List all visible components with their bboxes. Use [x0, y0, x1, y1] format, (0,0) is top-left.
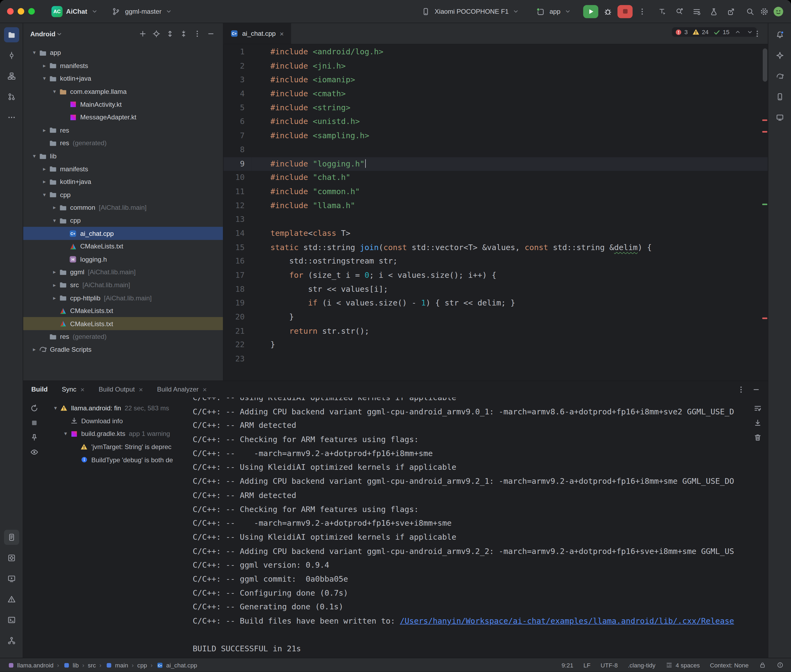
scroll-to-end-icon[interactable] [752, 418, 763, 428]
chevron-down-icon[interactable]: ▾ [62, 431, 70, 437]
stop-build-icon[interactable] [29, 418, 40, 428]
error-stripe-mark[interactable] [762, 131, 767, 133]
search-everywhere-icon[interactable] [745, 6, 756, 17]
code-line[interactable] [252, 352, 768, 366]
tree-item-kotlin-java[interactable]: ▸kotlin+java [23, 175, 223, 188]
tree-item-cpp[interactable]: ▾cpp [23, 188, 223, 201]
version-control-tool-button[interactable] [4, 633, 19, 648]
code-line[interactable]: #include "logging.h" [252, 157, 768, 171]
code-line[interactable]: template<class T> [252, 227, 768, 241]
terminal-tool-button[interactable] [4, 612, 19, 627]
breadcrumb-item-cpp[interactable]: cpp [137, 661, 147, 669]
code-line[interactable]: static std::string join(const std::vecto… [252, 241, 768, 254]
error-stripe-mark[interactable] [762, 119, 767, 121]
collapse-all-icon[interactable] [178, 28, 190, 40]
change-stripe-mark[interactable] [762, 203, 767, 205]
previous-problem-icon[interactable] [734, 28, 741, 36]
chevron-right-icon[interactable]: ▸ [50, 269, 58, 275]
build-tool-window-title[interactable]: Build [31, 386, 48, 393]
code-line[interactable]: if (i < values.size() - 1) { str << deli… [252, 297, 768, 310]
expand-all-icon[interactable] [164, 28, 176, 40]
notifications-tool-button[interactable] [772, 27, 787, 42]
close-icon[interactable]: × [280, 30, 284, 38]
add-icon[interactable] [137, 28, 149, 40]
code-line[interactable]: str << values[i]; [252, 283, 768, 297]
tab-build-output[interactable]: Build Output × [99, 386, 143, 394]
tree-item-messageadapter-kt[interactable]: MessageAdapter.kt [23, 111, 223, 124]
tree-item-cpp[interactable]: ▾cpp [23, 214, 223, 227]
pull-requests-tool-button[interactable] [4, 89, 19, 104]
tree-item-res[interactable]: ▸res [23, 124, 223, 137]
breadcrumb-item-lib[interactable]: lib [63, 661, 79, 669]
chevron-right-icon[interactable]: ▸ [40, 62, 48, 69]
tree-item-manifests[interactable]: ▸manifests [23, 59, 223, 72]
code-line[interactable]: #include <android/log.h> [252, 45, 768, 59]
breadcrumb[interactable]: llama.android›lib›src›main›cpp›C+ai_chat… [7, 661, 197, 669]
device-explorer-tool-button[interactable] [4, 530, 19, 545]
vcs-branch-widget[interactable]: ggml-master [107, 4, 176, 19]
panel-options-icon[interactable] [736, 384, 747, 395]
running-devices-tool-button[interactable] [4, 571, 19, 586]
run-configuration-selector[interactable]: app [531, 4, 575, 19]
chevron-right-icon[interactable]: ▸ [40, 127, 48, 133]
minimize-window-button[interactable] [18, 8, 24, 14]
view-options-icon[interactable] [29, 446, 40, 458]
indent-widget[interactable]: 4 spaces [666, 661, 700, 669]
lock-icon[interactable] [759, 661, 766, 669]
chevron-down-icon[interactable]: ▾ [51, 405, 59, 411]
chevron-down-icon[interactable] [55, 30, 63, 38]
tree-item-ai-chat-cpp[interactable]: C+ai_chat.cpp [23, 227, 223, 240]
tree-item-ggml[interactable]: ▸ggml[AiChat.lib.main] [23, 266, 223, 278]
code-line[interactable]: #include "llama.h" [252, 199, 768, 213]
tree-item-cpp-httplib[interactable]: ▸cpp-httplib[AiChat.lib.main] [23, 291, 223, 304]
chevron-down-icon[interactable]: ▾ [40, 75, 48, 82]
tree-item-app[interactable]: ▾app [23, 46, 223, 59]
run-button[interactable] [583, 5, 598, 18]
chevron-down-icon[interactable]: ▾ [50, 217, 58, 224]
code-line[interactable]: #include <iomanip> [252, 73, 768, 87]
error-stripe-mark[interactable] [762, 318, 767, 319]
hide-panel-icon[interactable] [205, 28, 217, 40]
next-problem-icon[interactable] [746, 28, 754, 36]
tree-item-manifests[interactable]: ▸manifests [23, 162, 223, 175]
experiments-icon[interactable] [708, 6, 719, 17]
tree-item-llama-android-fin[interactable]: ▾llama.android: fin22 sec, 583 ms [45, 402, 193, 414]
code-line[interactable] [252, 213, 768, 227]
close-window-button[interactable] [7, 8, 13, 14]
chevron-down-icon[interactable]: ▾ [40, 192, 48, 198]
tree-item-res[interactable]: res(generated) [23, 137, 223, 149]
console-link[interactable]: /Users/hanyin/Workspace/ai-chat/examples… [400, 616, 734, 626]
breadcrumb-item-llama-android[interactable]: llama.android [7, 661, 53, 669]
search-usages-icon[interactable] [674, 6, 685, 17]
tree-item-kotlin-java[interactable]: ▾kotlin+java [23, 72, 223, 85]
more-tools-button[interactable] [4, 110, 19, 125]
settings-gear-icon[interactable] [759, 6, 770, 17]
code-line[interactable]: } [252, 339, 768, 352]
chevron-right-icon[interactable]: ▸ [30, 346, 38, 353]
code-line[interactable]: } [252, 310, 768, 325]
tree-item-buildtype-debug-is-both-de[interactable]: BuildType 'debug' is both de [45, 453, 193, 466]
chevron-down-icon[interactable]: ▾ [50, 88, 58, 94]
warning-count[interactable]: 24 [692, 28, 709, 36]
stop-button[interactable] [618, 5, 632, 18]
close-icon[interactable]: × [80, 386, 85, 394]
chevron-right-icon[interactable]: ▸ [50, 282, 58, 288]
structure-tool-button[interactable] [4, 69, 19, 84]
link-external-icon[interactable] [725, 6, 736, 17]
device-selector[interactable]: Xiaomi POCOPHONE F1 [417, 4, 523, 19]
code-line[interactable]: for (size_t i = 0; i < values.size(); i+… [252, 269, 768, 283]
chevron-down-icon[interactable]: ▾ [30, 50, 38, 56]
tree-item-gradle-scripts[interactable]: ▸Gradle Scripts [23, 343, 223, 356]
chevron-right-icon[interactable]: ▸ [50, 295, 58, 301]
tree-item-common[interactable]: ▸common[AiChat.lib.main] [23, 201, 223, 214]
code-line[interactable]: #include <unistd.h> [252, 115, 768, 129]
code-line[interactable] [252, 143, 768, 157]
tree-item-res[interactable]: res(generated) [23, 330, 223, 343]
emulator-tool-button[interactable] [772, 110, 787, 125]
project-view-title[interactable]: Android [30, 30, 55, 38]
tree-item-lib[interactable]: ▾lib [23, 149, 223, 162]
tree-item-jvmtarget-string-is-deprec[interactable]: 'jvmTarget: String' is deprec [45, 440, 193, 453]
code-line[interactable]: std::ostringstream str; [252, 254, 768, 269]
clang-tidy-status[interactable]: .clang-tidy [628, 661, 656, 669]
chevron-down-icon[interactable]: ▾ [30, 153, 38, 159]
